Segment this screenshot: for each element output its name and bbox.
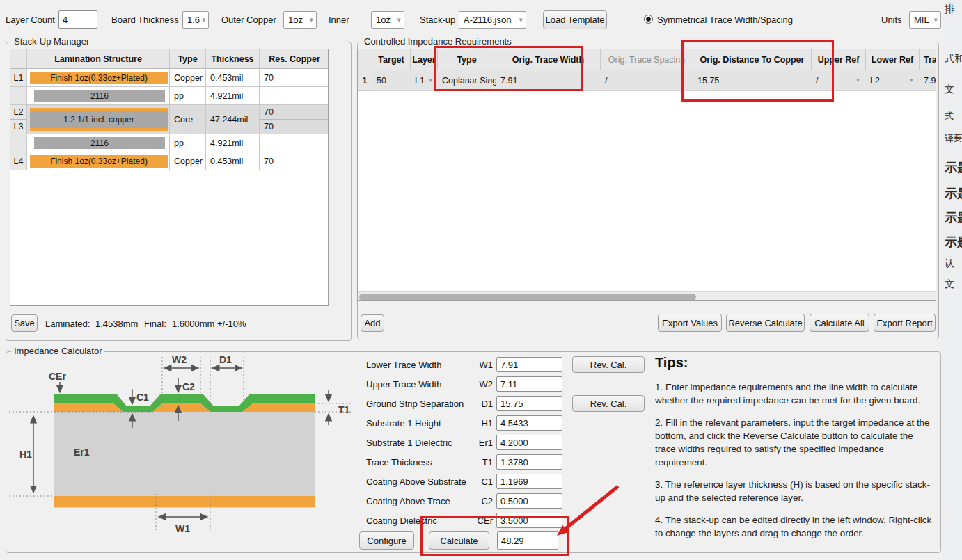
field-label: Lower Trace Width [366,360,441,370]
row-layer-label: L1 [10,69,27,87]
field-symbol: W1 [472,360,493,370]
trace-copper-shape [152,403,210,412]
thickness-cell: 4.921mil [206,134,260,152]
type-cell: pp [170,134,206,152]
field-label: Substrate 1 Dielectric [366,438,452,448]
clipped-right-panel: 排 式和 文 式 译要 示题 示题 示题 示题 认 文 [943,0,962,560]
calculate-all-button[interactable]: Calculate All [810,314,869,332]
stackup-col-lamination: Lamination Structure [27,49,170,69]
row-layer-label: L3 [10,120,27,134]
save-button[interactable]: Save [11,314,38,332]
reverse-calculate-button[interactable]: Reverse Calculate [726,314,805,332]
tips-section: Tips: 1. Enter impedance requirements an… [655,355,936,549]
w1-dim-label: W1 [175,523,190,534]
layer-count-label: Layer Count [6,15,55,25]
thickness-cell: 4.921mil [206,87,260,105]
export-report-button[interactable]: Export Report [874,314,936,332]
chevron-down-icon[interactable] [910,76,913,83]
type-cell: Copper [170,69,206,87]
chevron-down-icon[interactable] [856,76,860,83]
strip-text: 排 [945,3,955,16]
tip-item: 1. Enter impedance requirements and the … [655,381,936,407]
res-copper-cell [260,134,329,152]
cer-dim-label: CEr [49,371,66,382]
field-label: Trace Thickness [366,457,432,467]
field-label: Substrate 1 Height [366,418,441,429]
horizontal-scrollbar-thumb[interactable] [359,294,696,301]
annotation-rect-distance [681,40,834,102]
export-values-button[interactable]: Export Values [658,314,722,332]
laminated-value: 1.4538mm [95,319,138,329]
stackup-table: Lamination Structure Type Thickness Res.… [10,49,329,306]
res-copper-cell: 70 [260,120,329,134]
field-symbol: C2 [472,496,493,506]
rev-cal-d1-button[interactable]: Rev. Cal. [572,395,645,412]
req-col-target: Target [372,49,411,70]
strip-text: 文 [945,278,954,291]
er1-input[interactable] [496,435,562,450]
t1-input[interactable] [496,454,562,470]
trace-width2-cell[interactable]: 7.9 [920,70,936,91]
rev-cal-w1-button[interactable]: Rev. Cal. [572,356,645,373]
symmetrical-radio[interactable] [644,15,653,24]
field-symbol: W2 [472,379,493,390]
field-label: Coating Above Substrate [366,477,466,487]
board-thickness-select[interactable]: 1.6 [182,11,209,29]
horizontal-scrollbar-track[interactable] [358,291,936,301]
laminated-label: Laminated: [45,319,90,329]
configure-button[interactable]: Configure [359,531,414,550]
board-thickness-label: Board Thickness [111,15,179,25]
final-value: 1.6000mm +/-10% [172,319,246,329]
impedance-requirements-title: Controlled Impedance Requirements [361,36,514,47]
final-label: Final: [144,319,166,329]
c1-dim-label: C1 [136,392,149,403]
w2-input[interactable] [496,376,562,392]
row-layer-label [10,87,27,105]
field-symbol: T1 [472,457,493,467]
tip-item: 3. The reference layer thickness (H) is … [655,478,936,504]
load-template-button[interactable]: Load Template [543,10,607,29]
thickness-cell: 0.453mil [206,69,260,87]
d1-input[interactable] [496,396,562,411]
field-label: Coating Above Trace [366,496,450,506]
core-copper-bottom [30,128,168,131]
req-col-lower-ref: Lower Ref [866,49,920,70]
field-label: Upper Trace Width [366,379,441,390]
row-layer-label [10,134,27,152]
impedance-calculator-app: Layer Count Board Thickness 1.6 Outer Co… [0,0,962,560]
core-substrate-bar: 1.2 1/1 incl. copper [30,111,168,128]
target-cell[interactable]: 50 [372,70,411,91]
inner-copper-select[interactable]: 1oz [371,11,404,29]
substrate-shape [54,412,315,508]
h1-input[interactable] [496,415,562,431]
stackup-col-thickness: Thickness [206,49,260,69]
field-symbol: Er1 [472,438,493,448]
units-select[interactable]: MIL [909,11,941,29]
type-cell: pp [170,87,206,105]
stackup-col-res-copper: Res. Copper [260,49,329,69]
trace-spacing-cell[interactable]: / [601,70,693,91]
field-symbol: D1 [472,399,493,409]
stackup-col-type: Type [170,49,206,69]
strip-text: 文 [945,83,954,96]
stackup-select[interactable]: A-2116.json [459,11,526,29]
tips-title: Tips: [655,355,936,371]
add-button[interactable]: Add [361,314,384,332]
strip-text: 示题 [945,159,962,176]
stackup-manager-title: Stack-Up Manager [11,36,92,47]
annotation-arrow [543,473,626,543]
outer-copper-select[interactable]: 1oz [283,11,317,29]
w1-input[interactable] [496,357,562,372]
stackup-col-corner [10,49,27,69]
symmetrical-radio-label: Symmetrical Trace Width/Spacing [657,15,793,25]
units-label: Units [881,15,902,25]
right-plane-copper-shape [242,403,315,412]
prepreg-bar: 2116 [34,90,165,102]
d1-dim-label: D1 [219,354,232,365]
req-col-corner [358,49,372,70]
coplanar-cross-section-diagram: W2 D1 CEr C2 C1 T1 H1 Er1 W1 [0,351,358,552]
w2-dim-label: W2 [172,354,187,365]
layer-count-input[interactable] [58,10,97,29]
chevron-down-icon[interactable] [429,76,432,83]
tip-item: 2. Fill in the relevant parameters, inpu… [655,416,936,469]
